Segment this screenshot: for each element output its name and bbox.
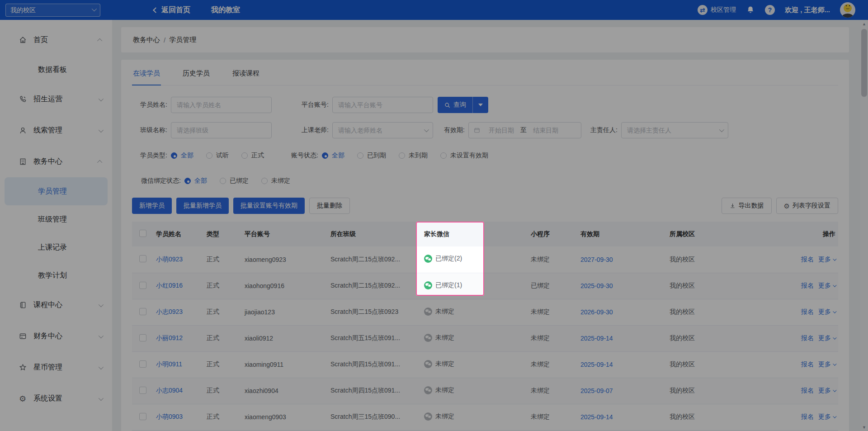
scroll-down-arrow[interactable]: ▼: [860, 423, 868, 431]
sidebar-item-首页[interactable]: 首页: [0, 24, 112, 56]
enroll-link[interactable]: 报名: [801, 256, 814, 263]
back-home-button[interactable]: 返回首页: [154, 5, 190, 15]
owner-select[interactable]: [621, 122, 728, 138]
radio-未到期[interactable]: 未到期: [399, 152, 428, 160]
row-checkbox[interactable]: [139, 308, 146, 315]
radio-已到期[interactable]: 已到期: [357, 152, 386, 160]
platform-account-cell: xiaozhi0904: [238, 378, 324, 404]
enroll-link[interactable]: 报名: [801, 360, 814, 368]
more-link[interactable]: 更多: [818, 334, 835, 342]
tab-报读课程[interactable]: 报读课程: [231, 69, 260, 85]
action-bar: 新增学员批量新增学员批量设置账号有效期 批量删除 导出数据 ⚙ 列表字段设置: [132, 198, 838, 214]
student-name-link[interactable]: 小明0911: [156, 360, 182, 368]
welcome-text[interactable]: 欢迎 , 王老师...: [785, 6, 830, 14]
campus-select[interactable]: 我的校区: [5, 4, 100, 17]
search-dropdown-button[interactable]: [473, 97, 488, 113]
more-link[interactable]: 更多: [818, 282, 835, 290]
radio-全部[interactable]: 全部: [322, 152, 344, 160]
my-classroom-button[interactable]: 我的教室: [211, 5, 240, 15]
tab-在读学员[interactable]: 在读学员: [132, 69, 161, 85]
row-checkbox[interactable]: [139, 387, 146, 394]
sidebar-subitem-label: 学员管理: [38, 187, 67, 196]
valid-until-link[interactable]: 2025-09-14: [580, 335, 613, 342]
row-checkbox[interactable]: [139, 360, 146, 368]
student-name-input[interactable]: [171, 97, 272, 113]
radio-circle: [322, 152, 328, 159]
student-name-link[interactable]: 小丽0912: [156, 334, 183, 341]
breadcrumb-section[interactable]: 教务中心: [133, 36, 160, 44]
enroll-link[interactable]: 报名: [801, 308, 814, 315]
calendar-icon: [473, 127, 481, 134]
radio-全部[interactable]: 全部: [184, 177, 207, 185]
scrollbar-thumb[interactable]: [861, 29, 867, 97]
radio-label: 正式: [251, 152, 264, 160]
sidebar-item-系统设置[interactable]: ⚙系统设置: [0, 383, 112, 414]
enroll-link[interactable]: 报名: [801, 282, 814, 289]
row-checkbox-cell: [132, 378, 150, 404]
sidebar-item-星币管理[interactable]: 星币管理: [0, 352, 112, 383]
row-checkbox[interactable]: [139, 334, 146, 341]
wechat-icon: [424, 308, 432, 316]
scroll-up-arrow[interactable]: ▲: [860, 20, 868, 28]
valid-until-link[interactable]: 2025-09-07: [580, 387, 613, 394]
radio-label: 全部: [332, 152, 344, 160]
row-checkbox[interactable]: [139, 282, 146, 289]
valid-until-link[interactable]: 2025-09-30: [580, 282, 613, 289]
student-name-link[interactable]: 小志0904: [156, 387, 183, 394]
help-button[interactable]: ?: [765, 5, 775, 15]
radio-未设置有效期[interactable]: 未设置有效期: [440, 152, 488, 160]
enroll-link[interactable]: 报名: [801, 334, 814, 341]
column-settings-button[interactable]: ⚙ 列表字段设置: [776, 198, 838, 214]
export-data-button[interactable]: 导出数据: [722, 198, 772, 214]
select-all-checkbox[interactable]: [139, 230, 146, 237]
radio-已绑定[interactable]: 已绑定: [220, 177, 249, 185]
student-name-link[interactable]: 小萌0923: [156, 256, 183, 263]
student-name-link[interactable]: 小萌0903: [156, 413, 183, 420]
more-link[interactable]: 更多: [818, 256, 835, 264]
teacher-select[interactable]: [332, 122, 433, 138]
enroll-link[interactable]: 报名: [801, 413, 814, 420]
search-button[interactable]: 查询: [438, 97, 488, 113]
student-name-link[interactable]: 小志0923: [156, 308, 183, 315]
class-name-input[interactable]: [171, 122, 272, 138]
button-新增学员[interactable]: 新增学员: [132, 198, 172, 214]
notifications-button[interactable]: [746, 5, 755, 14]
valid-until-link[interactable]: 2026-09-30: [580, 308, 613, 316]
sidebar-item-财务中心[interactable]: 财务中心: [0, 321, 112, 352]
tab-历史学员[interactable]: 历史学员: [182, 69, 211, 85]
button-批量删除[interactable]: 批量删除: [309, 198, 350, 214]
more-link[interactable]: 更多: [818, 413, 835, 421]
enroll-link[interactable]: 报名: [801, 387, 814, 394]
button-批量新增学员[interactable]: 批量新增学员: [176, 198, 229, 214]
sidebar-subitem-数据看板[interactable]: 数据看板: [5, 56, 108, 84]
valid-until-link[interactable]: 2025-09-14: [580, 361, 613, 368]
avatar[interactable]: [840, 2, 855, 18]
start-date-input[interactable]: [483, 127, 519, 134]
sidebar-subitem-班级管理[interactable]: 班级管理: [5, 205, 108, 233]
sidebar-subitem-上课记录[interactable]: 上课记录: [5, 233, 108, 261]
valid-until-link[interactable]: 2025-09-14: [580, 413, 613, 421]
table-row: 小志0904正式xiaozhi0904Scratch周四15点班091...未绑…: [132, 378, 838, 404]
platform-account-input[interactable]: [332, 97, 433, 113]
radio-未绑定[interactable]: 未绑定: [261, 177, 290, 185]
sidebar-item-教务中心[interactable]: 教务中心: [0, 146, 112, 177]
more-link[interactable]: 更多: [818, 308, 835, 316]
radio-全部[interactable]: 全部: [171, 152, 193, 160]
student-name-link[interactable]: 小红0916: [156, 282, 183, 289]
row-checkbox[interactable]: [139, 255, 146, 262]
radio-试听[interactable]: 试听: [206, 152, 229, 160]
button-批量设置账号有效期[interactable]: 批量设置账号有效期: [233, 198, 305, 214]
row-checkbox[interactable]: [139, 413, 146, 420]
radio-正式[interactable]: 正式: [241, 152, 264, 160]
sidebar-item-课程中心[interactable]: 课程中心: [0, 289, 112, 321]
more-link[interactable]: 更多: [818, 360, 835, 369]
sidebar-subitem-学员管理[interactable]: 学员管理: [5, 177, 108, 205]
sidebar-item-招生运营[interactable]: 招生运营: [0, 84, 112, 115]
more-link[interactable]: 更多: [818, 387, 835, 395]
account-status-label: 账号状态:: [283, 152, 318, 160]
campus-management-button[interactable]: ⇄ 校区管理: [698, 5, 736, 15]
end-date-input[interactable]: [528, 127, 564, 134]
sidebar-item-线索管理[interactable]: 线索管理: [0, 115, 112, 146]
sidebar-subitem-教学计划[interactable]: 教学计划: [5, 261, 108, 289]
valid-until-link[interactable]: 2027-09-30: [580, 256, 613, 263]
